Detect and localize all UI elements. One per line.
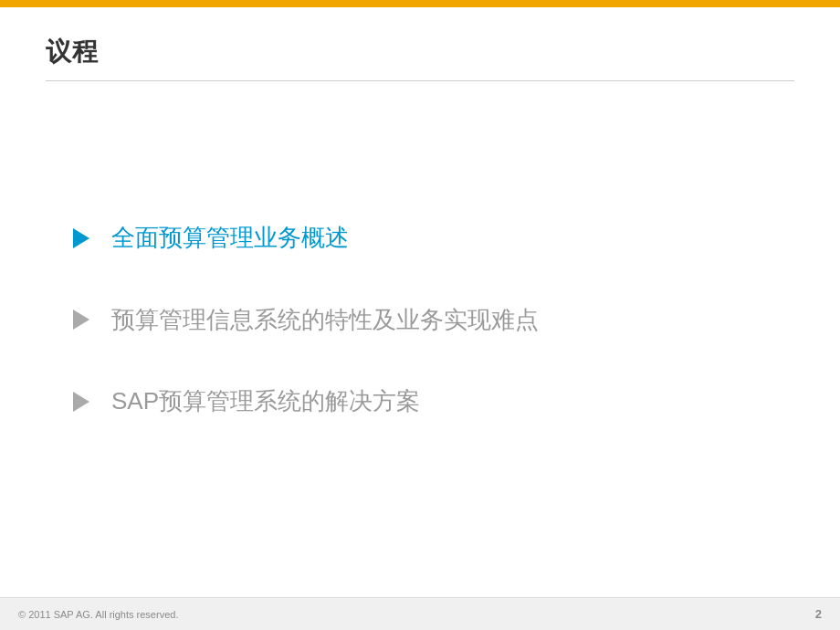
title-section: 议程: [46, 35, 794, 81]
footer-page-number: 2: [815, 607, 822, 621]
arrow-icon-1: [73, 228, 89, 248]
divider: [46, 80, 794, 81]
arrow-icon-2: [73, 310, 89, 330]
menu-item-1-text: 全面预算管理业务概述: [111, 223, 349, 254]
menu-item-2: 预算管理信息系统的特性及业务实现难点: [73, 279, 794, 362]
page-title: 议程: [46, 35, 794, 69]
top-bar: [0, 0, 840, 7]
footer-copyright: © 2011 SAP AG. All rights reserved.: [18, 609, 178, 620]
menu-item-2-text: 预算管理信息系统的特性及业务实现难点: [111, 305, 539, 336]
menu-item-1: 全面预算管理业务概述: [73, 197, 794, 279]
menu-list: 全面预算管理业务概述 预算管理信息系统的特性及业务实现难点 SAP预算管理系统的…: [46, 89, 794, 551]
slide: 议程 全面预算管理业务概述 预算管理信息系统的特性及业务实现难点 SAP预算管理…: [0, 0, 840, 630]
menu-item-3: SAP预算管理系统的解决方案: [73, 361, 794, 443]
menu-item-3-text: SAP预算管理系统的解决方案: [111, 386, 420, 417]
content-area: 议程 全面预算管理业务概述 预算管理信息系统的特性及业务实现难点 SAP预算管理…: [0, 7, 840, 597]
arrow-icon-3: [73, 392, 89, 412]
footer: © 2011 SAP AG. All rights reserved. 2: [0, 597, 840, 630]
